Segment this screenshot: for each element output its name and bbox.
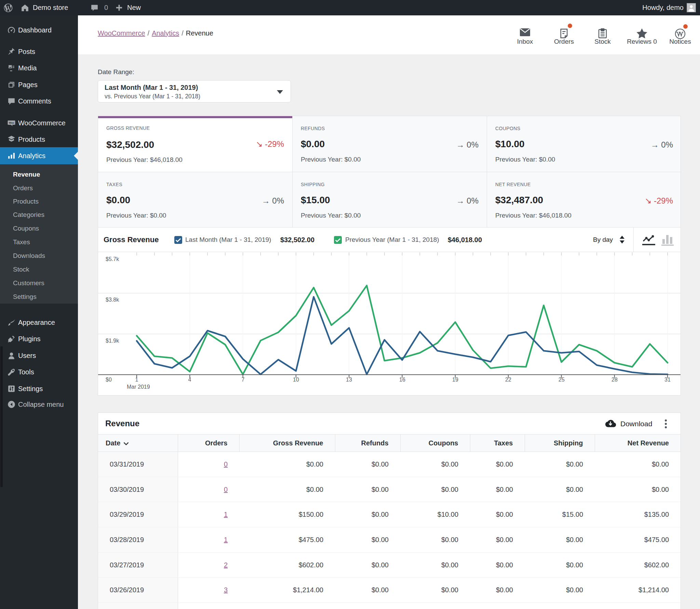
svg-text:25: 25 xyxy=(558,377,565,383)
svg-text:Mar 2019: Mar 2019 xyxy=(127,384,150,390)
svg-text:4: 4 xyxy=(188,377,191,383)
svg-text:16: 16 xyxy=(399,377,405,383)
svg-text:1: 1 xyxy=(135,377,138,383)
svg-text:$3.8k: $3.8k xyxy=(106,297,119,303)
svg-text:$5.7k: $5.7k xyxy=(106,256,119,262)
svg-text:$0: $0 xyxy=(106,377,112,383)
svg-text:22: 22 xyxy=(505,377,511,383)
svg-text:28: 28 xyxy=(611,377,618,383)
svg-text:19: 19 xyxy=(452,377,458,383)
svg-text:$1.9k: $1.9k xyxy=(106,338,119,344)
svg-text:Woo: Woo xyxy=(9,121,14,124)
svg-text:31: 31 xyxy=(664,377,671,383)
svg-text:10: 10 xyxy=(293,377,299,383)
svg-text:7: 7 xyxy=(242,377,245,383)
svg-text:13: 13 xyxy=(346,377,352,383)
